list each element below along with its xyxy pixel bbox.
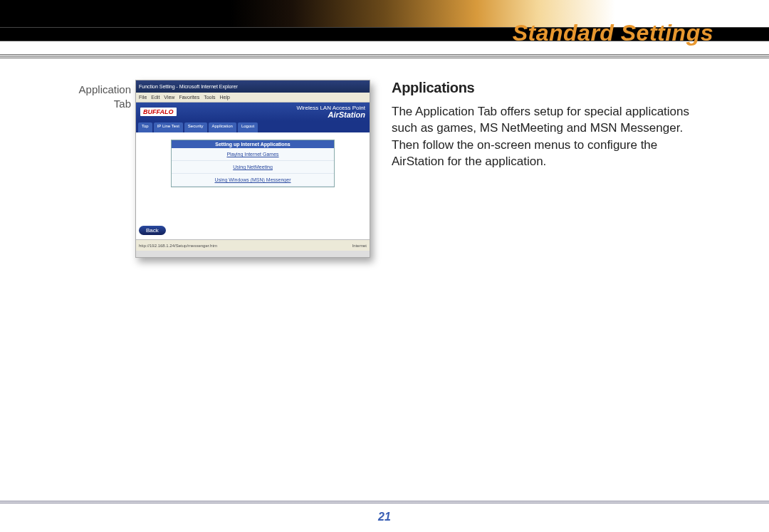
- figure-caption-line2: Tab: [114, 98, 131, 110]
- window-title: Function Setting - Microsoft Internet Ex…: [139, 84, 238, 89]
- article-column: Applications The Application Tab offers …: [392, 80, 712, 170]
- status-zone: Internet: [352, 244, 367, 248]
- horizontal-rule-bottom: [0, 501, 769, 504]
- menu-item: Favorites: [179, 95, 199, 100]
- status-url: http://192.168.1.24/Setup/messenger.htm: [139, 244, 217, 248]
- menu-bar: File Edit View Favorites Tools Help: [136, 93, 370, 103]
- figure-caption: Application Tab: [71, 80, 135, 112]
- tab: Security: [184, 122, 207, 132]
- panel-link: Playing Internet Games: [172, 148, 334, 161]
- brand-product: Wireless LAN Access Point AirStation: [297, 105, 365, 119]
- screenshot-body: Setting up Internet Applications Playing…: [136, 132, 370, 239]
- menu-item: Tools: [204, 95, 215, 100]
- back-button: Back: [139, 226, 166, 235]
- tab-bar: Top IP Line Test Security Application Lo…: [136, 121, 370, 132]
- header-title: Standard Settings: [513, 20, 713, 46]
- panel-header: Setting up Internet Applications: [172, 140, 334, 148]
- brand-logo: BUFFALO: [140, 108, 177, 116]
- status-bar: http://192.168.1.24/Setup/messenger.htm …: [136, 239, 370, 251]
- body-text: The Application Tab offers setup for spe…: [392, 103, 712, 170]
- panel-link: Using NetMeeting: [172, 161, 334, 174]
- tab: Top: [138, 122, 152, 132]
- menu-item: File: [139, 95, 147, 100]
- tab: IP Line Test: [154, 122, 183, 132]
- tab: Application: [209, 122, 236, 132]
- menu-item: Help: [220, 95, 230, 100]
- page-content: Application Tab Function Setting - Micro…: [0, 58, 769, 258]
- menu-item: Edit: [151, 95, 159, 100]
- page-number: 21: [0, 511, 769, 523]
- screenshot-figure: Function Setting - Microsoft Internet Ex…: [135, 80, 370, 258]
- window-titlebar: Function Setting - Microsoft Internet Ex…: [136, 80, 370, 93]
- menu-item: View: [164, 95, 174, 100]
- section-heading: Applications: [392, 80, 712, 96]
- tab: Logout: [238, 122, 258, 132]
- figure-caption-line1: Application: [79, 83, 131, 95]
- panel-link: Using Windows (MSN) Messenger: [172, 174, 334, 187]
- settings-panel: Setting up Internet Applications Playing…: [171, 140, 335, 187]
- brand-bar: BUFFALO Wireless LAN Access Point AirSta…: [136, 103, 370, 121]
